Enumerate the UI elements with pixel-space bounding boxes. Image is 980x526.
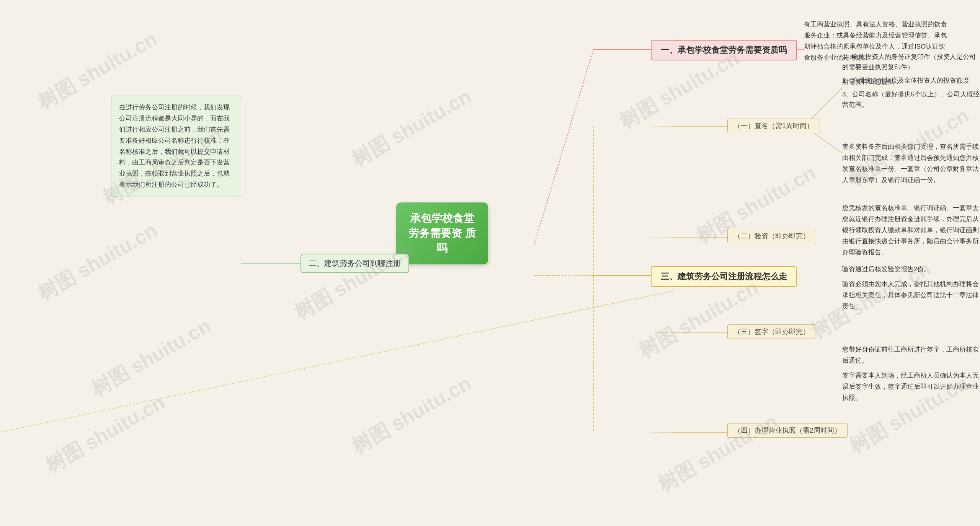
right-branch2-label: 三、建筑劳务公司注册流程怎么走 bbox=[661, 272, 787, 281]
right-branch1-label: 一、承包学校食堂劳务需要资质吗 bbox=[661, 45, 787, 55]
chaming-item1: 1、全体投资人的身份证复印件（投资人是公司的需要营业执照复印件） bbox=[842, 52, 980, 72]
right-branch2-l1: 三、建筑劳务公司注册流程怎么走 bbox=[651, 266, 797, 287]
center-node-title: 承包学校食堂劳务需要资 质吗 bbox=[408, 212, 476, 254]
chaming-item2: 2、注册资金的额度及全体投资人的投资额度 bbox=[842, 75, 980, 86]
sub-node-yanzi-label: （二）验资（即办即完） bbox=[734, 232, 810, 240]
mindmap-container: 承包学校食堂劳务需要资 质吗 二、建筑劳务公司到哪注册 在进行劳务公司注册的时候… bbox=[0, 0, 980, 526]
center-node: 承包学校食堂劳务需要资 质吗 bbox=[396, 202, 488, 264]
right-branch1-l1: 一、承包学校食堂劳务需要资质吗 bbox=[651, 40, 797, 60]
sub-node-qianzi: （三）签字（即办即完） bbox=[727, 324, 816, 339]
sub-node-chaming: （一）查名（需1周时间） bbox=[727, 119, 820, 133]
left-content-text: 在进行劳务公司注册的时候，我们发现公司注册流程都是大同小异的，而在我们进行相应公… bbox=[119, 104, 230, 188]
sub-node-yanzi: （二）验资（即办即完） bbox=[727, 229, 816, 243]
left-content-box: 在进行劳务公司注册的时候，我们发现公司注册流程都是大同小异的，而在我们进行相应公… bbox=[111, 96, 241, 197]
sub-node-qianzi-label: （三）签字（即办即完） bbox=[734, 328, 810, 335]
sub-node-yingyezhizhao: （四）办理营业执照（需2周时间） bbox=[727, 423, 848, 438]
sub-node-yyzz-label: （四）办理营业执照（需2周时间） bbox=[734, 427, 841, 434]
left-l1-node: 二、建筑劳务公司到哪注册 bbox=[301, 254, 409, 273]
chaming-right-content: 查名资料备齐后由相关部门受理，查名所需手续由相关部门完成，查名通过后会预先通知您… bbox=[842, 142, 980, 186]
svg-line-2 bbox=[534, 50, 593, 245]
connector-lines bbox=[0, 0, 980, 526]
yanzi-content: 验资通过后核发验资报告2份。 验资必须由您本人完成，委托其他机构办理将会承担相关… bbox=[842, 264, 980, 312]
pre-yanzi-content: 您凭核发的查名核准单、银行询证函、一套章去您就近银行办理注册资金进账手续，办理完… bbox=[842, 203, 980, 258]
svg-line-7 bbox=[0, 291, 674, 432]
chaming-items: 1、全体投资人的身份证复印件（投资人是公司的需要营业执照复印件） 2、注册资金的… bbox=[842, 52, 980, 110]
left-l1-label: 二、建筑劳务公司到哪注册 bbox=[309, 259, 401, 267]
chaming-item3: 3、公司名称（最好提供5个以上）、公司大概经营范围。 bbox=[842, 89, 980, 110]
qianzi-content: 您带好身份证前往工商所进行签字，工商所核实后通过。 签字需要本人到场，经工商所人… bbox=[842, 344, 980, 403]
sub-node-chaming-label: （一）查名（需1周时间） bbox=[734, 122, 813, 130]
